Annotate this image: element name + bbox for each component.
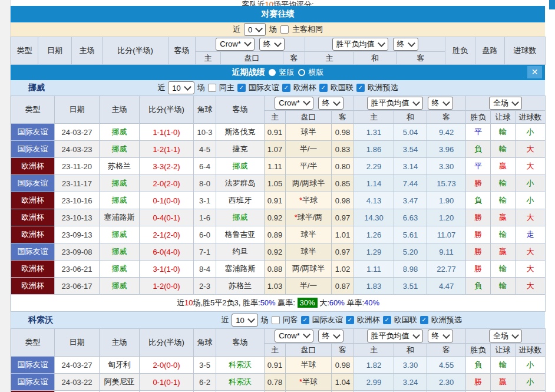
win-odds: 1.86 (354, 141, 394, 158)
win-odds: 2.29 (354, 158, 394, 175)
wdl-average-select[interactable]: 胜平负均值 (332, 38, 388, 51)
chevron-down-icon (333, 98, 341, 106)
wdl-average-select[interactable]: 胜平负均值 (367, 330, 423, 342)
draw-odds: 3.14 (394, 158, 427, 175)
half-score: (1-0) (164, 128, 180, 137)
handicap-cell: *半球 (286, 192, 332, 209)
corner-count: 3-5 (194, 357, 216, 374)
competition-checkbox[interactable]: ✓ (301, 316, 309, 324)
match-row: 国际友谊24-03-27挪威1-1(1-0)10-3斯洛伐克0.91球半0.98… (11, 124, 546, 141)
handicap-indicator: 輸 (491, 192, 516, 209)
home-team: 挪威 (100, 226, 140, 243)
draw-odds: 6.63 (394, 209, 427, 226)
h2h-title: 对赛往绩 (262, 9, 295, 19)
half-score: (1-0) (164, 265, 180, 274)
corner-count: 7-1 (194, 243, 216, 261)
home-team: 苏格兰 (100, 158, 140, 175)
home-odds: 0.92 (265, 209, 286, 226)
handicap-indicator: 輸 (491, 226, 516, 243)
win-odds: 1.82 (354, 357, 394, 374)
match-type-badge: 欧洲杯 (11, 226, 55, 243)
summary-segment: 大: (318, 298, 329, 307)
handicap-cell: 平/半 (286, 158, 332, 175)
scrollbar-thumb[interactable] (549, 0, 555, 9)
wdl-time-select[interactable]: 终 (428, 97, 453, 110)
odds-time-select[interactable]: 终 (318, 97, 343, 110)
win-odds: 2.99 (354, 374, 394, 391)
odds-company-select[interactable]: Crow* (275, 330, 313, 342)
half-score: (2-2) (164, 162, 180, 171)
odds-time-select[interactable]: 终 (259, 38, 285, 51)
wdl-time-select[interactable]: 终 (393, 38, 418, 51)
goals-indicator: 大 (516, 243, 546, 261)
same-home-away-label: 主客相同 (292, 24, 323, 35)
sub-column-header: 客 (332, 344, 354, 357)
odds-group-header: Crow*终 (265, 329, 354, 344)
wdl-time-select[interactable]: 终 (428, 330, 453, 342)
filter-group: 近10场同客✓国际友谊✓欧洲杯✓欧国联✓欧洲预选 (221, 314, 461, 327)
goals-indicator: 大 (516, 278, 546, 295)
competition-checkbox[interactable]: ✓ (237, 84, 246, 92)
home-team: 阿美尼亚 (100, 374, 140, 391)
column-header: 比分(半场) (140, 329, 194, 357)
handicap-cell: 两/两球半 (286, 175, 332, 192)
match-row: 国际友谊23-11-17挪威2-0(2-0)8-0法罗群岛1.05两/两球半0.… (11, 175, 546, 192)
near-label: 近 (157, 83, 165, 93)
caption-text: 客队近 (242, 0, 265, 6)
scope-select[interactable]: 全场 (489, 97, 522, 110)
same-home-away-checkbox[interactable] (280, 25, 289, 34)
recent-title: 近期战绩 (232, 67, 265, 78)
away-odds: 1.04 (332, 374, 354, 391)
match-type-badge: 国际友谊 (11, 124, 55, 141)
same-venue-checkbox[interactable] (272, 316, 280, 324)
home-odds: 0.91 (265, 357, 286, 374)
horizontal-layout-radio[interactable] (298, 69, 305, 76)
games-count-select[interactable]: 10 (232, 314, 257, 327)
competition-checkbox[interactable]: ✓ (319, 84, 328, 92)
odds-company-select-value: Crow* (279, 331, 299, 340)
odds-company-select[interactable]: Crow* (275, 97, 313, 110)
draw-odds: 5.04 (394, 124, 427, 141)
corner-count: 6-2 (194, 374, 216, 391)
sub-column-header: 客 (427, 344, 466, 357)
wdl-average-select[interactable]: 胜平负均值 (367, 97, 423, 110)
odds-time-select[interactable]: 终 (318, 330, 343, 342)
match-type-badge: 国际友谊 (11, 357, 55, 374)
competition-checkbox[interactable]: ✓ (346, 316, 354, 324)
summary-segment: 近 (177, 298, 184, 307)
scope-group-header: 全场 (466, 96, 546, 111)
wdl-average-select-value: 胜平负均值 (371, 98, 409, 108)
competition-checkbox[interactable]: ✓ (420, 316, 428, 324)
sub-column-header: 进球数 (516, 344, 546, 357)
games-count-select[interactable]: 10 (168, 81, 194, 94)
home-odds: 0.91 (265, 192, 286, 209)
competition-checkbox[interactable]: ✓ (356, 84, 365, 92)
vertical-layout-radio[interactable] (269, 69, 276, 76)
column-header: 客场 (216, 329, 265, 357)
win-odds: 1.14 (354, 175, 394, 192)
odds-company-select[interactable]: Crow* (216, 38, 254, 51)
result-indicator: 勝 (466, 243, 491, 261)
sub-column-header: 客 (332, 111, 354, 124)
goals-indicator: 小 (516, 175, 546, 192)
competition-checkbox[interactable]: ✓ (282, 84, 290, 92)
competition-checkbox[interactable]: ✓ (383, 316, 391, 324)
result-indicator: 勝 (466, 374, 491, 391)
h2h-games-count-value: 0 (248, 25, 252, 34)
lose-odds: 9.11 (427, 243, 466, 261)
same-venue-checkbox[interactable] (208, 84, 216, 92)
caption-text-suffix: 场平均评分: (273, 0, 314, 6)
corner-count: 8-0 (194, 175, 216, 192)
scope-select[interactable]: 全场 (489, 330, 522, 342)
handicap-cell: 半球 (286, 357, 332, 374)
match-type-badge: 国际友谊 (11, 175, 55, 192)
full-score: 2-0 (153, 179, 164, 188)
summary-segment: 60% (329, 298, 345, 307)
h2h-games-count-select[interactable]: 0 (244, 23, 266, 36)
close-button[interactable]: ✕ (527, 66, 542, 78)
draw-odds: 5.20 (394, 243, 427, 261)
lose-odds: 9.42 (427, 124, 466, 141)
draw-odds: 8.98 (394, 261, 427, 278)
lose-odds: 1.20 (427, 209, 466, 226)
handicap-indicator: 贏 (491, 374, 516, 391)
